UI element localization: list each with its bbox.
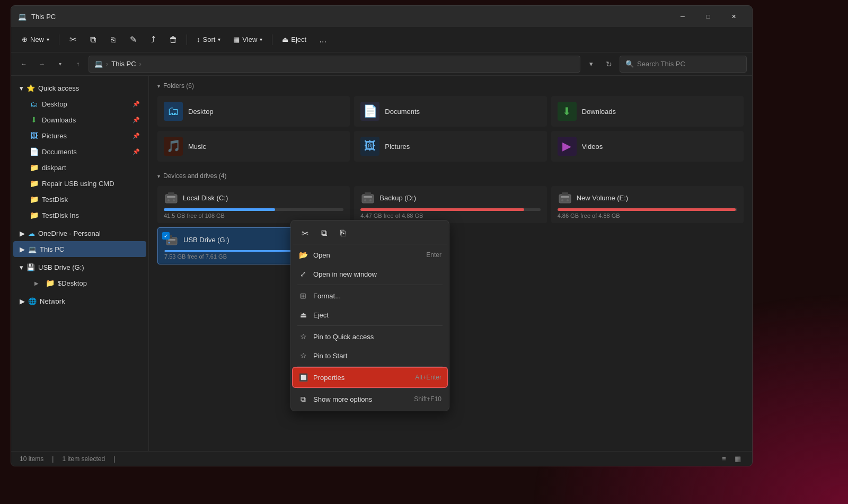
- folder-item-desktop[interactable]: 🗂 Desktop: [157, 96, 350, 127]
- drives-section-header: ▾ Devices and drives (4): [157, 172, 744, 180]
- share-button[interactable]: ⤴: [144, 31, 162, 49]
- ctx-sep-4: [297, 388, 443, 388]
- sidebar-item-pictures[interactable]: 🖼 Pictures 📌: [13, 128, 146, 144]
- new-button[interactable]: ⊕ New ▾: [16, 31, 55, 49]
- sidebar-thispc-header[interactable]: ▶ 💻 This PC: [13, 241, 146, 257]
- detail-view-button[interactable]: ▦: [732, 453, 744, 465]
- ctx-open-item[interactable]: 📂 Open Enter: [293, 245, 447, 264]
- sidebar-desktop2-label: $Desktop: [58, 279, 140, 287]
- network-expand-icon: ▶: [20, 297, 25, 305]
- sidebar-network-label: Network: [40, 297, 140, 305]
- sidebar-quickaccess-header[interactable]: ▾ ⭐ Quick access: [13, 80, 146, 96]
- refresh-button[interactable]: ↻: [602, 57, 616, 72]
- back-button[interactable]: ←: [16, 57, 31, 72]
- close-button[interactable]: ✕: [721, 8, 746, 25]
- delete-button[interactable]: 🗑: [164, 31, 182, 49]
- drive-c-header: Local Disk (C:): [164, 190, 343, 205]
- drive-d-info: 4.47 GB free of 4.88 GB: [360, 213, 540, 219]
- minimize-button[interactable]: ─: [670, 8, 695, 25]
- drive-d-icon: [360, 190, 375, 205]
- recent-button[interactable]: ▾: [52, 57, 67, 72]
- ctx-properties-item[interactable]: 🔲 Properties Alt+Enter: [293, 368, 447, 387]
- paste-button[interactable]: ⎘: [104, 31, 122, 49]
- drives-chevron: ▾: [157, 173, 160, 179]
- drive-item-e[interactable]: New Volume (E:) 4.86 GB free of 4.88 GB: [551, 186, 744, 223]
- pictures-folder-name: Pictures: [385, 143, 410, 151]
- address-box[interactable]: 💻 › This PC ›: [89, 56, 580, 73]
- drive-item-c[interactable]: Local Disk (C:) 41.5 GB free of 108 GB: [157, 186, 350, 223]
- ctx-eject-item[interactable]: ⏏ Eject: [293, 305, 447, 324]
- downloads-folder-icon: ⬇: [558, 102, 577, 121]
- view-icon: ▦: [233, 36, 240, 43]
- folder-item-videos[interactable]: ▶ Videos: [551, 131, 744, 162]
- rename-button[interactable]: ✎: [124, 31, 142, 49]
- window-controls: ─ □ ✕: [670, 8, 746, 25]
- cut-button[interactable]: ✂: [64, 31, 82, 49]
- sidebar-item-testdisk[interactable]: 📁 TestDisk: [13, 191, 146, 207]
- toolbar-sep-3: [272, 34, 272, 45]
- forward-button[interactable]: →: [34, 57, 49, 72]
- statusbar-sep2: |: [113, 455, 115, 463]
- ctx-paste-button[interactable]: ⎘: [334, 225, 351, 242]
- search-icon: 🔍: [625, 60, 634, 68]
- path-thispc: This PC: [111, 60, 136, 68]
- folder-item-pictures[interactable]: 🖼 Pictures: [354, 131, 546, 162]
- svg-point-2: [167, 199, 170, 201]
- sort-button[interactable]: ↕ Sort ▾: [191, 31, 226, 49]
- thispc-expand-icon: ▶: [20, 245, 25, 253]
- thispc-icon: 💻: [28, 245, 37, 253]
- sidebar-item-testdiskini[interactable]: 📁 TestDisk Ins: [13, 207, 146, 223]
- maximize-button[interactable]: □: [696, 8, 720, 25]
- sidebar-onedrive-header[interactable]: ▶ ☁ OneDrive - Personal: [13, 225, 146, 241]
- sort-icon: ↕: [197, 36, 200, 43]
- documents-icon: 📄: [29, 147, 39, 156]
- ctx-properties-shortcut: Alt+Enter: [415, 374, 441, 381]
- ctx-properties-label: Properties: [313, 374, 410, 382]
- sidebar-item-documents[interactable]: 📄 Documents 📌: [13, 144, 146, 160]
- folder-item-music[interactable]: 🎵 Music: [157, 131, 350, 162]
- statusbar-sep1: |: [52, 455, 54, 463]
- ctx-eject-icon: ⏏: [298, 310, 308, 320]
- address-dropdown[interactable]: ▾: [584, 57, 598, 72]
- folder-item-downloads[interactable]: ⬇ Downloads: [551, 96, 744, 127]
- more-button[interactable]: ...: [314, 31, 332, 49]
- sidebar-network-header[interactable]: ▶ 🌐 Network: [13, 293, 146, 309]
- ctx-open-shortcut: Enter: [426, 251, 441, 259]
- sidebar-usb-header[interactable]: ▾ 💾 USB Drive (G:): [13, 259, 146, 275]
- eject-button[interactable]: ⏏ Eject: [277, 31, 312, 49]
- folder-item-documents[interactable]: 📄 Documents: [354, 96, 546, 127]
- toolbar: ⊕ New ▾ ✂ ⧉ ⎘ ✎ ⤴ 🗑 ↕ Sort ▾ ▦ View ▾ ⏏ …: [11, 27, 752, 52]
- svg-rect-9: [365, 192, 371, 195]
- view-button[interactable]: ▦ View ▾: [228, 31, 268, 49]
- sidebar-item-diskpart[interactable]: 📁 diskpart: [13, 160, 146, 175]
- ctx-open-new-item[interactable]: ⤢ Open in new window: [293, 264, 447, 284]
- ctx-properties-icon: 🔲: [298, 373, 308, 382]
- ctx-more-item[interactable]: ⧉ Show more options Shift+F10: [293, 390, 447, 409]
- view-buttons: ≡ ▦: [718, 453, 744, 465]
- up-button[interactable]: ↑: [70, 57, 85, 72]
- ctx-sep-2: [297, 325, 443, 326]
- music-folder-name: Music: [188, 143, 206, 151]
- ctx-cut-button[interactable]: ✂: [296, 225, 313, 242]
- ctx-copy-button[interactable]: ⧉: [315, 225, 332, 242]
- sidebar-item-downloads[interactable]: ⬇ Downloads 📌: [13, 112, 146, 128]
- copy-button[interactable]: ⧉: [84, 31, 102, 49]
- sidebar-item-desktop2[interactable]: ▶ 📁 $Desktop: [13, 275, 146, 291]
- desktop-folder-icon: 🗂: [164, 102, 183, 121]
- search-box[interactable]: 🔍 Search This PC: [620, 56, 747, 73]
- eject-icon: ⏏: [282, 36, 288, 43]
- sidebar-usb-label: USB Drive (G:): [38, 263, 140, 271]
- sidebar-item-desktop[interactable]: 🗂 Desktop 📌: [13, 96, 146, 112]
- svg-rect-14: [562, 192, 568, 195]
- ctx-pin-quick-item[interactable]: ☆ Pin to Quick access: [293, 327, 447, 346]
- drive-d-header: Backup (D:): [360, 190, 540, 205]
- svg-point-18: [169, 242, 170, 244]
- svg-point-13: [567, 199, 569, 201]
- addressbar: ← → ▾ ↑ 💻 › This PC › ▾ ↻ 🔍 Search This …: [11, 52, 752, 76]
- ctx-more-icon: ⧉: [298, 394, 308, 404]
- ctx-format-item[interactable]: ⊞ Format...: [293, 286, 447, 305]
- drive-item-d[interactable]: Backup (D:) 4.47 GB free of 4.88 GB: [354, 186, 546, 223]
- sidebar-item-repair[interactable]: 📁 Repair USB using CMD: [13, 175, 146, 191]
- list-view-button[interactable]: ≡: [718, 453, 730, 465]
- ctx-pin-start-item[interactable]: ☆ Pin to Start: [293, 346, 447, 365]
